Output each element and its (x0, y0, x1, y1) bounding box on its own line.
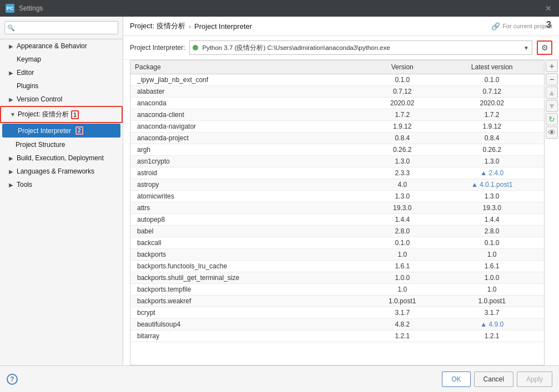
cell-package: astropy (130, 179, 365, 191)
cell-latest: 0.1.0 (440, 74, 544, 86)
expand-arrow-project: ▼ (10, 111, 16, 118)
cell-version: 4.0 (365, 179, 440, 191)
expand-arrow-build: ▶ (9, 155, 14, 161)
table-row: backports.functools_lru_cache1.6.11.6.1 (130, 261, 544, 272)
sidebar-label-appearance: Appearance & Behavior (17, 42, 87, 50)
sidebar-label-plugins: Plugins (17, 82, 38, 90)
cell-package: backcall (130, 237, 365, 249)
cell-package: autopep8 (130, 214, 365, 226)
table-row: anaconda-client1.7.21.7.2 (130, 109, 544, 121)
table-row: backports.weakref1.0.post11.0.post1 (130, 296, 544, 307)
sidebar-item-project-interpreter[interactable]: Project Interpreter 2 (2, 124, 120, 138)
main-container: 🔍 ▶ Appearance & Behavior Keymap ▶ Edito… (0, 17, 559, 365)
breadcrumb-current: Project Interpreter (194, 22, 252, 30)
footer: ? OK Cancel Apply (0, 365, 559, 392)
cell-version: 1.0 (365, 284, 440, 296)
table-row: backports.shutil_get_terminal_size1.0.01… (130, 272, 544, 284)
sidebar-item-editor[interactable]: ▶ Editor (0, 66, 123, 79)
sidebar-item-plugins[interactable]: Plugins (0, 79, 123, 93)
table-row: babel2.8.02.8.0 (130, 226, 544, 237)
table-row: atomicwrites1.3.01.3.0 (130, 191, 544, 202)
scroll-down-button[interactable]: ▼ (546, 100, 558, 112)
cell-version: 1.3.0 (365, 156, 440, 167)
cell-latest: 1.4.4 (440, 214, 544, 226)
table-row: _ipyw_jlab_nb_ext_conf0.1.00.1.0 (130, 74, 544, 86)
ok-button[interactable]: OK (442, 371, 470, 387)
table-container: Package Version Latest version _ipyw_jla… (123, 60, 559, 365)
packages-table[interactable]: Package Version Latest version _ipyw_jla… (130, 60, 545, 365)
cell-version: 19.3.0 (365, 202, 440, 214)
cell-package: anaconda-navigator (130, 121, 365, 133)
col-package: Package (130, 60, 365, 74)
interpreter-select-inner: Python 3.7 (疫情分析) C:\Users\admiration\an… (189, 40, 532, 55)
sidebar-item-languages[interactable]: ▶ Languages & Frameworks (0, 165, 123, 178)
cell-latest: 1.0.post1 (440, 296, 544, 307)
cell-package: attrs (130, 202, 365, 214)
scroll-up-button[interactable]: ▲ (546, 86, 558, 99)
interpreter-select[interactable]: Python 3.7 (疫情分析) C:\Users\admiration\an… (189, 40, 532, 55)
cell-latest: ▲ 2.4.0 (440, 167, 544, 179)
breadcrumb-project: Project: 疫情分析 (130, 21, 185, 31)
help-button[interactable]: ? (7, 374, 18, 385)
sidebar-item-keymap[interactable]: Keymap (0, 53, 123, 66)
table-row: bcrypt3.1.73.1.7 (130, 307, 544, 319)
cell-package: argh (130, 144, 365, 156)
cell-latest: 1.3.0 (440, 191, 544, 202)
cell-package: backports.functools_lru_cache (130, 261, 365, 272)
cell-latest: 1.6.1 (440, 261, 544, 272)
content-area: Project: 疫情分析 › Project Interpreter 🔗 Fo… (123, 17, 559, 365)
table-row: astroid2.3.3▲ 2.4.0 (130, 167, 544, 179)
cell-version: 0.26.2 (365, 144, 440, 156)
remove-package-button[interactable]: − (546, 73, 558, 85)
interpreter-label: Project Interpreter: (130, 44, 185, 52)
green-status-dot (193, 45, 198, 50)
sidebar-item-tools[interactable]: ▶ Tools (0, 178, 123, 191)
sidebar-label-project-structure: Project Structure (16, 141, 65, 149)
for-current-project: 🔗 For current project (491, 22, 552, 30)
footer-buttons: OK Cancel Apply (442, 371, 552, 387)
cell-version: 1.7.2 (365, 109, 440, 121)
cell-version: 1.9.12 (365, 121, 440, 133)
refresh-button[interactable]: ↻ (546, 113, 558, 125)
cell-version: 3.1.7 (365, 307, 440, 319)
table-row: anaconda-navigator1.9.121.9.12 (130, 121, 544, 133)
cell-package: babel (130, 226, 365, 237)
sidebar-label-tools: Tools (17, 181, 32, 189)
eye-button[interactable]: 👁 (546, 126, 558, 139)
col-latest: Latest version (440, 60, 544, 74)
cell-version: 1.0.post1 (365, 296, 440, 307)
sidebar-item-version-control[interactable]: ▶ Version Control (0, 93, 123, 106)
sidebar-label-keymap: Keymap (17, 55, 41, 63)
cell-version: 1.3.0 (365, 191, 440, 202)
cell-latest: 19.3.0 (440, 202, 544, 214)
cancel-button[interactable]: Cancel (474, 371, 513, 387)
table-row: backcall0.1.00.1.0 (130, 237, 544, 249)
sidebar-item-appearance[interactable]: ▶ Appearance & Behavior (0, 39, 123, 53)
search-icon: 🔍 (7, 24, 15, 32)
sidebar-item-project-structure[interactable]: Project Structure (0, 138, 123, 151)
gear-button[interactable]: ⚙ (537, 40, 552, 55)
cell-latest: 2.8.0 (440, 226, 544, 237)
cell-latest: 1.0 (440, 284, 544, 296)
add-package-button[interactable]: + (546, 60, 558, 72)
interpreter-row: Project Interpreter: Python 3.7 (疫情分析) C… (123, 36, 559, 60)
app-icon: PC (6, 4, 14, 13)
cell-latest: 0.26.2 (440, 144, 544, 156)
cell-package: anaconda-project (130, 133, 365, 144)
cell-package: backports (130, 249, 365, 261)
sidebar-label-languages: Languages & Frameworks (17, 167, 94, 175)
project-badge: 1 (71, 110, 79, 119)
cell-latest: 0.7.12 (440, 86, 544, 98)
search-input[interactable] (4, 21, 118, 34)
cell-latest: 0.1.0 (440, 237, 544, 249)
cell-package: astroid (130, 167, 365, 179)
window-title: Settings (19, 4, 539, 12)
cell-version: 1.4.4 (365, 214, 440, 226)
sidebar-item-build[interactable]: ▶ Build, Execution, Deployment (0, 151, 123, 165)
badge-3: 3 (546, 20, 551, 30)
cell-version: 2.8.0 (365, 226, 440, 237)
sidebar-item-project[interactable]: ▼ Project: 疫情分析 1 (0, 106, 123, 123)
apply-button[interactable]: Apply (517, 371, 552, 387)
close-button[interactable]: ✕ (543, 3, 553, 13)
cell-version: 2020.02 (365, 98, 440, 109)
